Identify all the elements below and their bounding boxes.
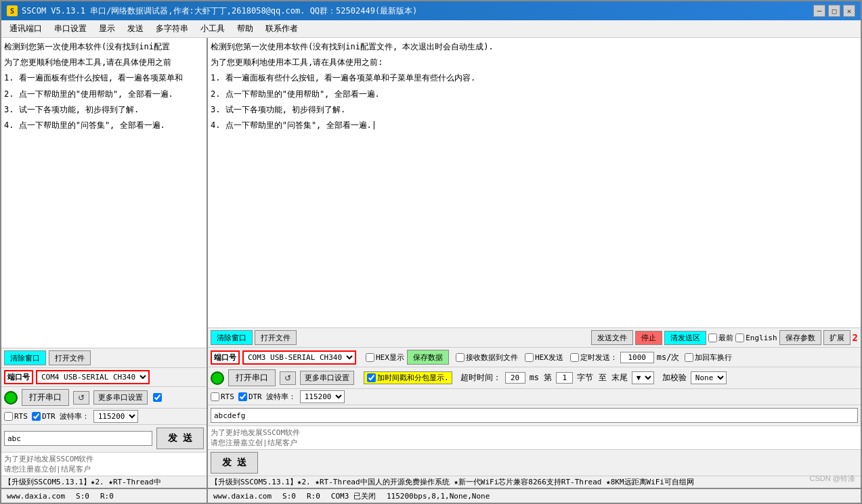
- right-text-line-1: 检测到您第一次使用本软件(没有找到ini配置文件, 本次退出时会自动生成).: [211, 41, 858, 53]
- right-byte-end-select[interactable]: ▼: [632, 371, 654, 384]
- title-bar: S SSCOM V5.13.1 串口/网络数据调试器,作者:大虾丁丁,26180…: [1, 1, 861, 20]
- left-text-line-1: 检测到您第一次使用本软件(没有找到ini配置: [4, 41, 204, 53]
- left-status-bar: www.daxia.com S:0 R:0: [1, 488, 207, 503]
- right-rts-label[interactable]: RTS: [211, 392, 234, 401]
- left-more-settings-button[interactable]: 更多串口设置: [93, 390, 148, 405]
- right-clear-send-button[interactable]: 清发送区: [664, 331, 706, 345]
- app-icon: S: [7, 5, 18, 16]
- right-last-checkbox[interactable]: [708, 334, 717, 342]
- right-hex-send-label[interactable]: HEX发送: [525, 352, 563, 363]
- right-timeout-label: 超时时间：: [460, 372, 501, 384]
- right-stop-button[interactable]: 停止: [635, 331, 662, 345]
- left-send-input[interactable]: [4, 431, 152, 446]
- right-baud-select[interactable]: 115200: [300, 390, 345, 403]
- right-save-params-button[interactable]: 保存参数: [779, 330, 821, 345]
- right-send-file-button[interactable]: 发送文件: [591, 330, 633, 345]
- right-ticker: 【升级到SSCOM5.13.1】★2. ★RT-Thread中国人的开源免费操作…: [208, 476, 861, 488]
- left-rts-checkbox[interactable]: [4, 412, 13, 421]
- right-open-port-button[interactable]: 打开串口: [228, 369, 276, 386]
- right-timestamp-label[interactable]: 加时间戳和分包显示.: [364, 371, 452, 384]
- right-open-file-button[interactable]: 打开文件: [255, 330, 297, 345]
- left-dtr-checkbox[interactable]: [32, 412, 41, 421]
- right-timed-send-unit: ms/次: [657, 352, 680, 363]
- right-receive-file-label[interactable]: 接收数据到文件: [456, 352, 518, 363]
- left-dtr-label[interactable]: DTR: [32, 412, 56, 421]
- right-timed-send-checkbox[interactable]: [570, 353, 579, 362]
- right-port-status: COM3 已关闭: [331, 491, 376, 501]
- watermark: CSDN @铃漆: [810, 474, 855, 484]
- right-english-label[interactable]: English: [735, 334, 777, 342]
- left-bottom-toolbar: 清除窗口 打开文件: [1, 348, 207, 367]
- menu-serial-settings[interactable]: 串口设置: [49, 22, 92, 36]
- right-rts-checkbox[interactable]: [211, 392, 219, 401]
- right-send-input[interactable]: [211, 408, 858, 423]
- right-add-return-label[interactable]: 加回车换行: [685, 352, 732, 363]
- menu-port[interactable]: 通讯端口: [4, 22, 47, 36]
- menu-display[interactable]: 显示: [93, 22, 121, 36]
- left-baud-select[interactable]: 115200: [93, 410, 138, 423]
- right-clear-button[interactable]: 清除窗口: [211, 330, 253, 345]
- right-hex-send-checkbox[interactable]: [525, 353, 534, 362]
- close-button[interactable]: ✕: [843, 5, 855, 17]
- left-open-file-button[interactable]: 打开文件: [49, 350, 91, 365]
- right-baud-status: 115200bps,8,1,None,None: [387, 492, 490, 501]
- right-english-checkbox[interactable]: [735, 334, 744, 342]
- right-status-bar: www.daxia.com S:0 R:0 COM3 已关闭 115200bps…: [208, 488, 861, 503]
- right-send-btn-row: 发 送: [208, 449, 861, 476]
- right-last-label[interactable]: 最前: [708, 333, 733, 343]
- right-timeout-input[interactable]: [505, 372, 525, 384]
- right-timed-send-input[interactable]: [620, 352, 654, 363]
- right-add-return-checkbox[interactable]: [685, 353, 693, 362]
- maximize-button[interactable]: □: [828, 5, 840, 17]
- right-status-r: R:0: [307, 492, 320, 501]
- right-panel: 检测到您第一次使用本软件(没有找到ini配置文件, 本次退出时会自动生成). 为…: [208, 38, 861, 503]
- minimize-button[interactable]: ─: [813, 5, 825, 17]
- right-port-indicator: [211, 371, 224, 385]
- menu-multistring[interactable]: 多字符串: [150, 22, 194, 36]
- main-content: 检测到您第一次使用本软件(没有找到ini配置 为了您更顺利地使用本工具,请在具体…: [1, 38, 861, 503]
- left-text-line-3: 1. 看一遍面板有些什么按钮, 看一遍各项菜单和: [4, 72, 204, 85]
- right-dtr-label[interactable]: DTR: [238, 392, 262, 401]
- right-timestamp-checkbox[interactable]: [367, 373, 376, 382]
- main-window: S SSCOM V5.13.1 串口/网络数据调试器,作者:大虾丁丁,26180…: [0, 0, 862, 504]
- left-rts-label[interactable]: RTS: [4, 412, 28, 421]
- left-checkbox-extra[interactable]: [153, 393, 162, 402]
- left-send-button[interactable]: 发 送: [156, 428, 204, 449]
- right-promo-text2: 请您注册嘉立创|结尾客户: [211, 438, 858, 448]
- left-port-select[interactable]: COM4 USB-SERIAL CH340: [36, 370, 150, 384]
- right-byte-start-input[interactable]: [556, 372, 573, 384]
- menu-tools[interactable]: 小工具: [195, 22, 230, 36]
- menu-bar: 通讯端口 串口设置 显示 发送 多字符串 小工具 帮助 联系作者: [1, 20, 861, 38]
- right-refresh-button[interactable]: ↺: [280, 371, 296, 385]
- right-send-area: [208, 405, 861, 426]
- right-checksum-select[interactable]: None: [691, 371, 727, 384]
- right-port-select[interactable]: COM3 USB-SERIAL CH340: [242, 350, 356, 365]
- menu-help[interactable]: 帮助: [232, 22, 259, 36]
- left-clear-button[interactable]: 清除窗口: [4, 350, 46, 365]
- right-text-line-3: 1. 看一遍面板有些什么按钮, 看一遍各项菜单和子菜单里有些什么内容.: [211, 72, 858, 85]
- right-hex-display-label[interactable]: HEX显示: [366, 352, 404, 363]
- right-status-url: www.daxia.com: [213, 492, 272, 501]
- right-dtr-checkbox[interactable]: [238, 392, 247, 401]
- left-open-port-button[interactable]: 打开串口: [22, 389, 69, 406]
- right-text-display[interactable]: 检测到您第一次使用本软件(没有找到ini配置文件, 本次退出时会自动生成). 为…: [208, 38, 861, 327]
- left-promo-area: 为了更好地发展SSCOM软件 请您注册嘉立创|结尾客户: [1, 452, 207, 476]
- left-status-r: R:0: [100, 492, 114, 501]
- right-text-line-6: 4. 点一下帮助里的"问答集", 全部看一遍.|: [211, 119, 858, 132]
- menu-contact[interactable]: 联系作者: [260, 22, 303, 36]
- right-timed-send-label[interactable]: 定时发送：: [570, 352, 618, 363]
- title-controls: ─ □ ✕: [813, 5, 855, 17]
- right-ticker-text: 【升级到SSCOM5.13.1】★2. ★RT-Thread中国人的开源免费操作…: [211, 477, 694, 487]
- menu-send[interactable]: 发送: [122, 22, 149, 36]
- right-text-line-4: 2. 点一下帮助里的"使用帮助", 全部看一遍.: [211, 88, 858, 101]
- left-text-line-5: 3. 试一下各项功能, 初步得到了解.: [4, 104, 204, 116]
- right-save-data-button[interactable]: 保存数据: [407, 350, 449, 365]
- right-more-settings-button[interactable]: 更多串口设置: [300, 371, 354, 385]
- right-expand-button[interactable]: 扩展: [823, 330, 850, 345]
- right-promo-text1: 为了更好地发展SSCOM软件: [211, 428, 858, 438]
- right-receive-file-checkbox[interactable]: [456, 353, 465, 362]
- left-refresh-button[interactable]: ↺: [73, 391, 89, 405]
- right-hex-display-checkbox[interactable]: [366, 353, 374, 362]
- right-send-button[interactable]: 发 送: [211, 452, 258, 474]
- left-text-display[interactable]: 检测到您第一次使用本软件(没有找到ini配置 为了您更顺利地使用本工具,请在具体…: [1, 38, 207, 348]
